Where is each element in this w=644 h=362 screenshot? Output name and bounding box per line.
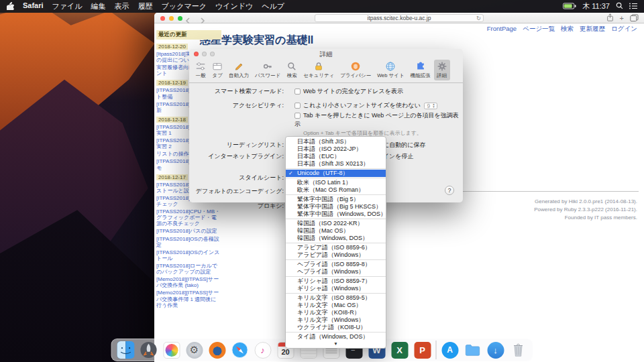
menu-separator xyxy=(286,243,386,243)
checkbox-show-full-address[interactable] xyxy=(294,88,301,95)
battery-icon xyxy=(563,3,576,11)
checkbox-min-font-size[interactable] xyxy=(294,103,301,109)
nav-link[interactable]: ページ一覧 xyxy=(523,25,555,34)
dock-firefox[interactable] xyxy=(208,341,227,359)
encoding-option[interactable]: アラビア語（Windows） xyxy=(286,251,386,259)
dock-photos[interactable] xyxy=(162,341,181,359)
menubar-item[interactable]: ウインドウ xyxy=(215,1,253,11)
encoding-option[interactable]: キリル文字（ISO 8859-5） xyxy=(286,294,386,302)
dock-excel[interactable]: X xyxy=(390,341,409,359)
menu-separator xyxy=(286,332,386,333)
close-button[interactable] xyxy=(160,16,165,21)
menubar-item[interactable]: ファイル xyxy=(52,1,83,11)
tab-overview-icon[interactable] xyxy=(630,12,639,24)
dock-itunes[interactable]: ♪ xyxy=(254,341,272,359)
sidebar-link[interactable]: [ITPASS2018]CPU・MB・グラフィックボード・電源の不良チェック xyxy=(156,208,221,227)
dock-safari[interactable] xyxy=(231,341,250,359)
passwords-icon xyxy=(262,61,273,72)
sidebar-link[interactable]: [Memo2018][ITPASS]サーバ交換作業 (tako) xyxy=(156,276,221,288)
pref-tab-autofill[interactable]: 自動入力 xyxy=(226,60,252,80)
encoding-option[interactable]: キリル文字（KOI8-R） xyxy=(286,309,386,316)
encoding-option[interactable]: キリル文字（Mac OS） xyxy=(286,302,386,309)
sidebar-link[interactable]: [ITPASS2018]ローカルでのバックアップの設定 xyxy=(156,263,221,275)
sidebar-link[interactable]: [ITPASS2018]パスの設定 xyxy=(156,228,221,234)
nav-link[interactable]: 検索 xyxy=(561,25,574,34)
dock-trash[interactable] xyxy=(509,341,528,359)
sidebar-link[interactable]: [ITPASS2018]OSのインストール xyxy=(156,249,221,261)
encoding-option[interactable]: Unicode（UTF-8）✓ xyxy=(286,170,386,177)
encoding-option[interactable]: キリル文字（Windows） xyxy=(286,316,386,324)
footer-line: Generated by Hiki 2.0.0.pre1 (2014-08-13… xyxy=(534,198,637,206)
encoding-option[interactable]: 欧米（ISO Latin 1） xyxy=(286,179,386,186)
zoom-button[interactable] xyxy=(178,16,182,21)
share-icon[interactable] xyxy=(606,12,614,24)
dock-app-store[interactable]: A xyxy=(441,341,460,359)
nav-link[interactable]: 更新履歴 xyxy=(580,25,605,34)
font-size-stepper[interactable]: 9▲▼ xyxy=(424,103,437,109)
encoding-option[interactable]: 繁体字中国語（Big 5 HKSCS） xyxy=(286,203,386,210)
help-button[interactable]: ? xyxy=(445,186,454,195)
stepper-arrows-icon[interactable]: ▲▼ xyxy=(432,103,435,109)
menubar-item[interactable]: 表示 xyxy=(115,1,129,11)
menu-separator xyxy=(286,293,386,294)
menubar-item[interactable]: Safari xyxy=(23,1,44,11)
reload-icon[interactable]: ↻ xyxy=(476,15,481,21)
encoding-option[interactable]: ギリシャ語（Windows） xyxy=(286,285,386,292)
encoding-option[interactable]: 繁体字中国語（Big 5） xyxy=(286,196,386,203)
dock-system-preferences[interactable]: ⚙ xyxy=(185,341,204,359)
encoding-option[interactable]: アラビア語（ISO 8859-6） xyxy=(286,244,386,251)
spotlight-icon[interactable] xyxy=(616,2,623,11)
dock-launchpad[interactable] xyxy=(140,341,158,359)
menu-scroll-down-icon[interactable]: ▼ xyxy=(286,341,386,347)
footer-line: Founded by IT pass members. xyxy=(534,214,637,222)
sidebar-link[interactable]: [Memo2018][ITPASS]サーバ交換事件簿 1 週間後に行う作業 xyxy=(156,290,221,308)
pref-tab-security[interactable]: セキュリティ xyxy=(301,60,337,80)
encoding-option[interactable]: ヘブライ語（Windows） xyxy=(286,268,386,276)
pref-tab-privacy[interactable]: プライバシー xyxy=(337,60,374,80)
pref-tab-websites[interactable]: Web サイト xyxy=(374,60,407,80)
encoding-option[interactable]: 韓国語（Windows, DOS） xyxy=(286,235,386,242)
pref-tab-advanced[interactable]: 詳細 xyxy=(434,60,450,80)
pref-tab-general[interactable]: 一般 xyxy=(193,60,209,80)
dock-documents-folder[interactable] xyxy=(464,341,482,359)
pref-tab-search[interactable]: 検索 xyxy=(284,60,300,80)
pref-tab-passwords[interactable]: パスワード xyxy=(252,60,283,80)
sidebar-link[interactable]: [ITPASS2018]OSの各種設定 xyxy=(156,236,221,248)
preferences-toolbar: 一般タブ自動入力パスワード検索セキュリティプライバシーWeb サイト機能拡張詳細 xyxy=(189,59,463,83)
pref-tab-extensions[interactable]: 機能拡張 xyxy=(408,60,433,80)
encoding-option[interactable]: ヘブライ語（ISO 8859-8） xyxy=(286,261,386,268)
nav-link[interactable]: ログイン xyxy=(611,25,637,34)
encoding-option[interactable]: 日本語（Shift JIS X0213） xyxy=(286,160,386,168)
dock-finder[interactable] xyxy=(117,341,136,359)
encoding-option[interactable]: ギリシャ語（ISO 8859-7） xyxy=(286,278,386,285)
pref-row-accessibility: アクセシビリティ: これより小さいフォントサイズを使わない 9▲▼ Tab キー… xyxy=(189,101,463,137)
nav-link[interactable]: FrontPage xyxy=(487,25,517,34)
encoding-option[interactable]: 韓国語（Mac OS） xyxy=(286,227,386,235)
menubar-item[interactable]: ブックマーク xyxy=(162,1,207,11)
apple-menu-icon[interactable] xyxy=(7,1,14,11)
encoding-option[interactable]: 日本語（Shift JIS） xyxy=(286,138,386,145)
checkbox-tab-highlight[interactable] xyxy=(294,113,301,119)
dock-downloads[interactable]: ↓ xyxy=(486,341,505,359)
encoding-option[interactable]: 繁体字中国語（Windows, DOS） xyxy=(286,210,386,218)
close-button[interactable] xyxy=(194,52,199,56)
new-tab-icon[interactable]: + xyxy=(620,15,624,22)
dock-powerpoint[interactable]: P xyxy=(413,341,432,359)
minimize-button[interactable] xyxy=(169,16,174,21)
menubar-item[interactable]: ヘルプ xyxy=(262,1,284,11)
menubar-item[interactable]: 編集 xyxy=(91,1,106,11)
extensions-icon xyxy=(415,61,426,72)
websites-icon xyxy=(385,61,396,72)
encoding-option[interactable]: タイ語（Windows, DOS） xyxy=(286,333,386,341)
encoding-option[interactable]: ウクライナ語（KOI8-U） xyxy=(286,324,386,331)
encoding-option[interactable]: 日本語（ISO 2022-JP） xyxy=(286,145,386,153)
encoding-option[interactable]: 日本語（EUC） xyxy=(286,153,386,160)
encoding-option[interactable]: 韓国語（ISO 2022-KR） xyxy=(286,220,386,227)
notification-center-icon[interactable] xyxy=(629,3,637,11)
menubar-clock[interactable]: 木 11:37 xyxy=(582,1,610,11)
address-bar[interactable]: itpass.scitec.kobe-u.ac.jp ↻ xyxy=(315,14,484,22)
advanced-icon xyxy=(437,61,447,72)
menubar-item[interactable]: 履歴 xyxy=(138,1,153,11)
pref-tab-tabs[interactable]: タブ xyxy=(209,60,225,80)
encoding-option[interactable]: 欧米（Mac OS Roman） xyxy=(286,186,386,194)
